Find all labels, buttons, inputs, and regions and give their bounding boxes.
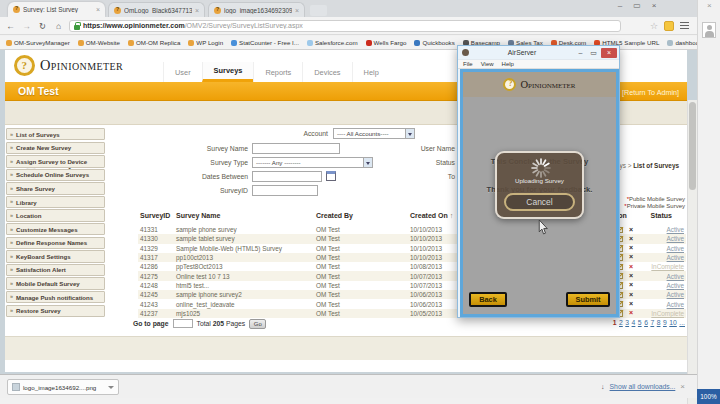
sidebar-item[interactable]: Share Survey [6,182,105,194]
cell-survey-name[interactable]: ppTest8Oct2013 [176,263,223,270]
sidebar-item[interactable]: KeyBoard Settings [6,250,105,262]
airserver-menu-item[interactable]: File [463,61,473,67]
show-all-downloads-link[interactable]: Show all downloads... [610,383,676,390]
extension-icon[interactable] [664,21,674,31]
col-header-created-on[interactable]: Created On ↑ [410,212,453,219]
sidebar-item[interactable]: List of Surveys [6,128,105,140]
sidebar-item[interactable]: Customize Messages [6,223,105,235]
page-link[interactable]: 5 [638,319,642,326]
cell-survey-name[interactable]: sample phone survey [176,226,237,233]
download-item[interactable]: logo_image1634692....png [7,379,119,395]
new-tab-button[interactable] [310,5,327,16]
airserver-menu-item[interactable]: Help [502,61,514,67]
cell-survey-name[interactable]: Online test 10 7 13 [176,273,230,280]
page-link[interactable]: 6 [644,319,648,326]
airserver-menu-item[interactable]: View [481,61,494,67]
cell-created-on: 10/05/2013 [410,310,442,317]
sidebar-item[interactable]: Create New Survey [6,142,105,154]
home-icon[interactable]: ⌂ [53,21,64,31]
back-icon[interactable]: ← [5,21,16,31]
sidebar-item-label: Create New Survey [16,144,71,151]
sidebar-item[interactable]: Assign Survey to Device [6,155,105,167]
back-button[interactable]: Back [469,292,507,307]
address-bar[interactable]: https://www.opinionmeter.com/OMV2/Survey… [69,20,621,32]
close-icon[interactable]: × [649,0,659,11]
tab-close-icon[interactable]: × [295,7,299,14]
page-link[interactable]: 8 [657,319,661,326]
cell-survey-name[interactable]: pp100ct2013 [176,254,213,261]
calendar-icon[interactable] [326,171,336,181]
go-button[interactable]: Go [249,319,266,329]
chrome-menu-icon[interactable] [680,22,689,24]
dates-between-input[interactable] [252,171,322,182]
cell-survey-name[interactable]: html5 test... [176,282,209,289]
sidebar-item[interactable]: Manage Push notifications [6,291,105,303]
surveyid-input[interactable] [252,185,318,196]
sidebar-item-label: Satisfaction Alert [16,266,66,273]
bookmark-item[interactable]: OM-Website [78,39,120,46]
refresh-icon[interactable]: ↻ [37,21,48,31]
tab-close-icon[interactable]: × [195,7,199,14]
tab-close-icon[interactable]: × [96,6,100,13]
cell-survey-name[interactable]: mjs1025 [176,310,200,317]
sidebar-item[interactable]: Location [6,209,105,221]
bookmark-item[interactable]: OM-OM Replica [128,39,180,46]
scrollbar[interactable] [687,100,697,404]
browser-tab[interactable]: logo_image163469230955 × [208,2,305,17]
pagination-ellipsis[interactable]: ... [679,319,685,326]
nav-tab[interactable]: Devices [302,62,351,82]
goto-page-input[interactable] [173,319,193,329]
chevron-down-icon[interactable] [108,386,114,389]
col-header-surveyid[interactable]: SurveyID [140,212,170,219]
return-to-admin-link[interactable]: [Return To Admin] [622,88,679,97]
page-link[interactable]: 4 [632,319,636,326]
bookmark-item[interactable]: OM-SurveyManager [6,39,70,46]
survey-name-input[interactable] [252,143,340,154]
bookmark-item[interactable]: dashboard [667,39,697,46]
airserver-titlebar[interactable]: AirServer – ▭ × [458,46,619,59]
bookmark-item[interactable]: StatCounter - Free I... [231,39,299,46]
col-header-created-by[interactable]: Created By [316,212,353,219]
minimize-icon[interactable]: – [615,0,625,11]
col-header-survey-name[interactable]: Survey Name [176,212,220,219]
scrollbar-thumb[interactable] [689,102,696,190]
sidebar-item[interactable]: Library [6,196,105,208]
submit-button[interactable]: Submit [566,292,610,307]
nav-tab[interactable]: Surveys [202,62,254,82]
airserver-minimize-icon[interactable]: – [575,48,586,58]
page-link[interactable]: 3 [625,319,629,326]
col-header-status[interactable]: Status [651,212,672,219]
page-link[interactable]: 10 [669,319,677,326]
sidebar-item[interactable]: Restore Survey [6,305,105,317]
forward-icon[interactable]: → [21,21,32,31]
shelf-close-icon[interactable]: × [680,382,685,391]
nav-tab[interactable]: Help [352,62,390,82]
maximize-icon[interactable]: ▭ [632,0,642,11]
airserver-close-icon[interactable]: × [601,48,617,58]
bookmark-item[interactable]: WP Login [188,39,223,46]
bookmark-item[interactable]: Wells Fargo [366,39,407,46]
bookmark-item[interactable]: Salesforce.com [307,39,358,46]
browser-tab[interactable]: Survey: List Survey × [8,2,105,17]
page-link[interactable]: 2 [619,319,623,326]
sidebar-item[interactable]: Schedule Online Surveys [6,169,105,181]
nav-tab[interactable]: User [163,62,202,82]
cell-survey-name[interactable]: Sample Mobile-Web (HTML5) Survey [176,245,282,252]
uploading-dialog: Uploading Survey Cancel [495,151,584,219]
cell-created-by: OM Test [316,245,340,252]
page-link[interactable]: 9 [663,319,667,326]
bookmark-item[interactable]: Quickbooks [414,39,454,46]
sidebar-item[interactable]: Define Response Names [6,237,105,249]
sidebar-item[interactable]: Satisfaction Alert [6,264,105,276]
airserver-maximize-icon[interactable]: ▭ [588,48,599,58]
cell-survey-name[interactable]: sample tablet survey [176,235,235,242]
cell-survey-name[interactable]: sample iphone survey2 [176,291,242,298]
nav-tab[interactable]: Reports [253,62,302,82]
sidebar-item[interactable]: Mobile Default Survey [6,277,105,289]
bookmark-star-icon[interactable]: ☆ [650,21,658,31]
account-select[interactable]: ---- All Accounts---- [333,128,415,139]
cell-survey-name[interactable]: online_test_ideavate [176,301,235,308]
browser-tab[interactable]: OmLogo_Black63477138... × [108,2,205,17]
cancel-button[interactable]: Cancel [504,193,575,211]
page-link[interactable]: 7 [650,319,654,326]
